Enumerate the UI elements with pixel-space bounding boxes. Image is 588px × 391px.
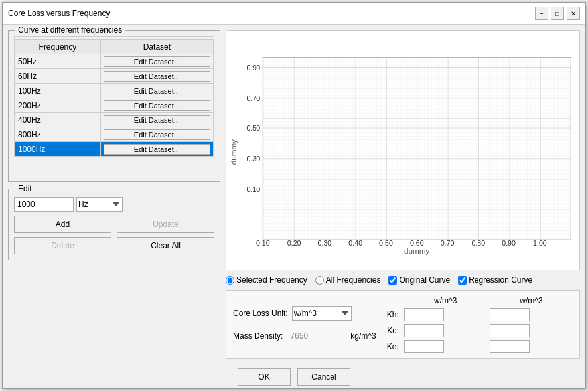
titlebar: Core Loss versus Frequency − □ ✕ (3, 3, 585, 25)
minimize-button[interactable]: − (535, 7, 548, 20)
delete-clearall-row: Delete Clear All (14, 237, 214, 254)
core-loss-select[interactable]: w/m^3w/kg (292, 306, 352, 321)
col1-header: w/m^3 (404, 296, 487, 305)
svg-text:0.50: 0.50 (379, 239, 393, 247)
table-row[interactable]: 60HzEdit Dataset... (15, 69, 214, 84)
edit-value-input[interactable] (14, 197, 74, 212)
add-button[interactable]: Add (14, 216, 111, 233)
table-row[interactable]: 50HzEdit Dataset... (15, 54, 214, 69)
table-row[interactable]: 200HzEdit Dataset... (15, 98, 214, 113)
edit-dataset-button[interactable]: Edit Dataset... (104, 144, 210, 155)
freq-cell: 1000Hz (15, 142, 101, 157)
original-curve-option[interactable]: Original Curve (388, 275, 450, 285)
all-frequencies-radio[interactable] (315, 276, 324, 285)
params-box: Core Loss Unit: w/m^3w/kg Mass Density: … (226, 290, 580, 359)
clear-all-button[interactable]: Clear All (117, 237, 214, 254)
freq-cell: 50Hz (15, 54, 101, 69)
unit-select[interactable]: HzkHzMHz (76, 197, 123, 212)
mass-density-input[interactable] (287, 329, 346, 343)
kc-input1[interactable] (404, 324, 444, 337)
edit-group-label: Edit (15, 184, 35, 193)
dataset-cell[interactable]: Edit Dataset... (100, 54, 213, 69)
content-area: Curve at different frequencies Frequency… (3, 25, 585, 364)
kc-label: Kc: (387, 326, 402, 335)
dataset-cell[interactable]: Edit Dataset... (100, 127, 213, 142)
edit-dataset-button[interactable]: Edit Dataset... (104, 129, 210, 140)
svg-text:0.90: 0.90 (502, 239, 516, 247)
svg-rect-2 (263, 58, 571, 240)
ke-input1[interactable] (404, 340, 444, 353)
close-button[interactable]: ✕ (567, 7, 580, 20)
svg-text:0.20: 0.20 (287, 239, 301, 247)
svg-text:dummy: dummy (404, 246, 429, 255)
selected-frequency-radio[interactable] (226, 276, 234, 285)
table-row[interactable]: 800HzEdit Dataset... (15, 127, 214, 142)
edit-row: HzkHzMHz (14, 197, 214, 212)
footer-buttons: OK Cancel (3, 364, 585, 388)
svg-text:0.10: 0.10 (246, 185, 260, 193)
svg-text:0.80: 0.80 (472, 239, 486, 247)
dataset-cell[interactable]: Edit Dataset... (100, 98, 213, 113)
maximize-button[interactable]: □ (551, 7, 564, 20)
ke-input2[interactable] (490, 340, 530, 353)
freq-cell: 100Hz (15, 84, 101, 98)
kx-grid: w/m^3 w/m^3 Kh: Kc: Ke: (387, 296, 573, 353)
freq-cell: 800Hz (15, 127, 101, 142)
svg-text:0.90: 0.90 (246, 64, 260, 72)
chart-container: 0.90 0.70 0.50 0.30 0.10 0.10 0.20 0.30 … (226, 30, 580, 270)
update-button[interactable]: Update (117, 216, 214, 233)
svg-text:dummy: dummy (229, 139, 238, 165)
edit-dataset-button[interactable]: Edit Dataset... (104, 86, 210, 96)
mass-density-label: Mass Density: (233, 331, 283, 341)
kh-label: Kh: (387, 310, 402, 319)
right-panel: 0.90 0.70 0.50 0.30 0.10 0.10 0.20 0.30 … (226, 30, 580, 359)
ok-button[interactable]: OK (238, 368, 291, 386)
kh-input1[interactable] (404, 308, 444, 321)
table-row[interactable]: 100HzEdit Dataset... (15, 84, 214, 98)
all-frequencies-label: All Frequencies (326, 275, 381, 285)
params-right-side: w/m^3 w/m^3 Kh: Kc: Ke: (387, 296, 573, 353)
svg-text:0.30: 0.30 (246, 155, 260, 163)
all-frequencies-option[interactable]: All Frequencies (315, 275, 381, 285)
svg-text:0.70: 0.70 (441, 239, 455, 247)
window-title: Core Loss versus Frequency (8, 9, 110, 18)
main-window: Core Loss versus Frequency − □ ✕ Curve a… (2, 2, 586, 389)
edit-dataset-button[interactable]: Edit Dataset... (104, 71, 210, 82)
original-curve-label: Original Curve (399, 275, 450, 285)
freq-cell: 400Hz (15, 113, 101, 127)
svg-text:0.70: 0.70 (246, 94, 260, 102)
svg-text:0.60: 0.60 (410, 239, 424, 247)
dataset-cell[interactable]: Edit Dataset... (100, 113, 213, 127)
original-curve-checkbox[interactable] (388, 276, 397, 285)
edit-dataset-button[interactable]: Edit Dataset... (104, 115, 210, 125)
dataset-cell[interactable]: Edit Dataset... (100, 142, 213, 157)
delete-button[interactable]: Delete (14, 237, 111, 254)
params-inner: Core Loss Unit: w/m^3w/kg Mass Density: … (233, 296, 573, 353)
svg-text:0.30: 0.30 (318, 239, 332, 247)
edit-dataset-button[interactable]: Edit Dataset... (104, 100, 210, 111)
edit-dataset-button[interactable]: Edit Dataset... (104, 56, 210, 67)
ke-label: Ke: (387, 342, 402, 351)
cancel-button[interactable]: Cancel (297, 368, 350, 386)
table-row[interactable]: 1000HzEdit Dataset... (15, 142, 214, 157)
svg-text:1.00: 1.00 (533, 239, 547, 247)
freq-cell: 200Hz (15, 98, 101, 113)
regression-curve-option[interactable]: Regression Curve (458, 275, 532, 285)
kc-input2[interactable] (490, 324, 530, 337)
selected-frequency-option[interactable]: Selected Frequency (226, 275, 307, 285)
dataset-cell[interactable]: Edit Dataset... (100, 69, 213, 84)
mass-density-row: Mass Density: kg/m^3 (233, 329, 376, 343)
svg-text:0.40: 0.40 (348, 239, 362, 247)
regression-curve-checkbox[interactable] (458, 276, 467, 285)
core-loss-label: Core Loss Unit: (233, 309, 288, 318)
edit-group: Edit HzkHzMHz Add Update Delete Clear Al… (8, 189, 220, 260)
add-update-row: Add Update (14, 216, 214, 233)
kh-input2[interactable] (490, 308, 530, 321)
curve-group-label: Curve at different frequencies (15, 25, 125, 35)
svg-text:0.50: 0.50 (246, 124, 260, 132)
col-frequency-header: Frequency (15, 40, 101, 54)
table-row[interactable]: 400HzEdit Dataset... (15, 113, 214, 127)
freq-table-scroll[interactable]: Frequency Dataset 50HzEdit Dataset...60H… (14, 36, 214, 157)
dataset-cell[interactable]: Edit Dataset... (100, 84, 213, 98)
titlebar-controls: − □ ✕ (535, 7, 580, 20)
